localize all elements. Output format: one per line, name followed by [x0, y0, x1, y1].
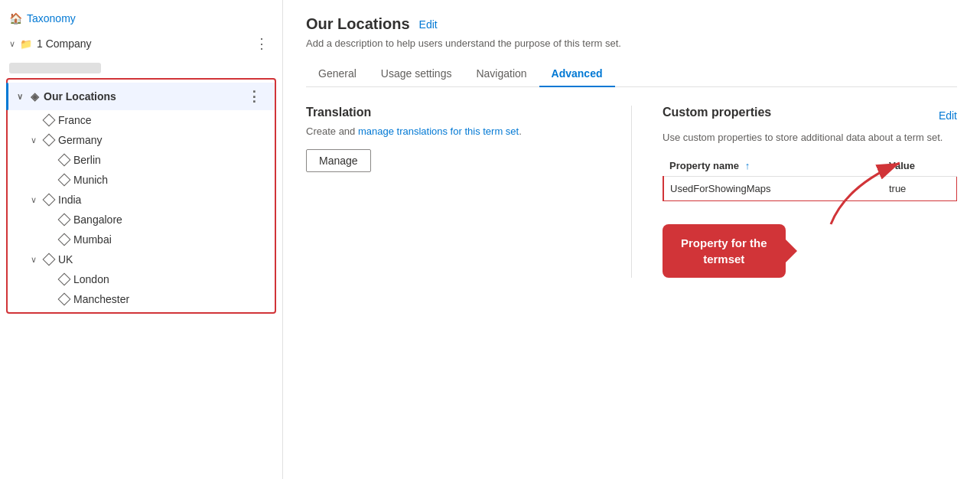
termset-icon-our-locations: ◈	[31, 90, 39, 103]
bangalore-label: Bangalore	[73, 213, 265, 226]
company-row: ∨ 📁 1 Company ⋮	[0, 29, 282, 58]
manage-button[interactable]: Manage	[306, 149, 371, 172]
translation-panel: Translation Create and manage translatio…	[306, 106, 632, 278]
tab-general[interactable]: General	[306, 61, 369, 87]
tree-item-berlin[interactable]: Berlin	[8, 150, 275, 170]
translation-desc-link[interactable]: manage translations for this term set	[358, 125, 519, 137]
main-content: Our Locations Edit Add a description to …	[283, 0, 980, 479]
mumbai-label: Mumbai	[73, 233, 265, 246]
custom-properties-description: Use custom properties to store additiona…	[663, 132, 957, 143]
tree-item-france[interactable]: France	[8, 110, 275, 130]
berlin-label: Berlin	[73, 154, 265, 166]
custom-properties-title: Custom properties	[663, 106, 771, 119]
taxonomy-link[interactable]: 🏠 Taxonomy	[0, 8, 282, 29]
translation-desc-prefix: Create and	[306, 125, 358, 137]
term-icon-mumbai	[58, 233, 71, 246]
expand-icon-our-locations[interactable]: ∨	[17, 92, 28, 102]
home-icon: 🏠	[9, 12, 22, 24]
title-edit-link[interactable]: Edit	[419, 18, 438, 31]
tree-item-uk[interactable]: ∨ UK	[8, 249, 275, 269]
skeleton-bar-1	[9, 63, 101, 73]
london-label: London	[73, 273, 265, 285]
sidebar: 🏠 Taxonomy ∨ 📁 1 Company ⋮ ∨ ◈ Our Locat…	[0, 0, 283, 479]
term-icon-germany	[43, 134, 56, 147]
tab-advanced[interactable]: Advanced	[539, 61, 615, 87]
term-icon-india	[43, 194, 56, 207]
chevron-down-icon[interactable]: ∨	[9, 39, 15, 49]
term-icon-berlin	[58, 154, 71, 167]
tab-navigation[interactable]: Navigation	[464, 61, 539, 87]
custom-properties-header: Custom properties Edit	[663, 106, 957, 125]
translation-description: Create and manage translations for this …	[306, 125, 601, 137]
tree-item-london[interactable]: London	[8, 269, 275, 289]
page-description: Add a description to help users understa…	[306, 37, 957, 49]
callout-line1: Property for the	[681, 236, 767, 249]
taxonomy-label: Taxonomy	[27, 12, 76, 24]
tree-item-munich[interactable]: Munich	[8, 170, 275, 190]
page-title: Our Locations	[306, 15, 410, 33]
term-icon-munich	[58, 174, 71, 187]
tab-usage-settings[interactable]: Usage settings	[369, 61, 464, 87]
term-icon-manchester	[58, 293, 71, 306]
tree-item-bangalore[interactable]: Bangalore	[8, 210, 275, 230]
page-header: Our Locations Edit	[306, 15, 957, 33]
tree-item-mumbai[interactable]: Mumbai	[8, 230, 275, 249]
callout-area: Property for the termset	[663, 224, 957, 278]
tree-container: ∨ ◈ Our Locations ⋮ France ∨ Germany Ber…	[6, 78, 276, 314]
term-icon-uk	[43, 253, 56, 266]
expand-icon-uk[interactable]: ∨	[31, 255, 41, 265]
france-label: France	[58, 114, 265, 126]
two-column-layout: Translation Create and manage translatio…	[306, 106, 957, 278]
term-icon-france	[43, 114, 56, 127]
arrow-svg	[785, 155, 938, 232]
custom-properties-edit-link[interactable]: Edit	[939, 109, 957, 122]
custom-properties-panel: Custom properties Edit Use custom proper…	[663, 106, 957, 278]
term-icon-london	[58, 273, 71, 286]
tree-item-manchester[interactable]: Manchester	[8, 289, 275, 309]
tabs: General Usage settings Navigation Advanc…	[306, 61, 957, 87]
folder-icon: 📁	[20, 38, 32, 50]
our-locations-label: Our Locations	[44, 90, 243, 103]
manchester-label: Manchester	[73, 293, 265, 305]
company-more-button[interactable]: ⋮	[250, 34, 273, 54]
callout-line2: termset	[703, 253, 744, 266]
expand-icon-germany[interactable]: ∨	[31, 135, 41, 145]
india-label: India	[58, 194, 265, 206]
uk-label: UK	[58, 253, 265, 266]
germany-label: Germany	[58, 134, 265, 146]
expand-icon-india[interactable]: ∨	[31, 195, 41, 205]
our-locations-more-button[interactable]: ⋮	[243, 86, 265, 106]
tree-item-india[interactable]: ∨ India	[8, 190, 275, 210]
sort-icon: ↑	[745, 160, 750, 171]
tree-item-our-locations[interactable]: ∨ ◈ Our Locations ⋮	[8, 83, 275, 110]
callout-box: Property for the termset	[663, 224, 786, 278]
selected-indicator	[6, 83, 8, 110]
munich-label: Munich	[73, 174, 265, 186]
company-label: 1 Company	[37, 37, 92, 50]
translation-desc-suffix: .	[519, 125, 522, 137]
translation-title: Translation	[306, 106, 601, 119]
tree-item-germany[interactable]: ∨ Germany	[8, 130, 275, 150]
term-icon-bangalore	[58, 213, 71, 226]
